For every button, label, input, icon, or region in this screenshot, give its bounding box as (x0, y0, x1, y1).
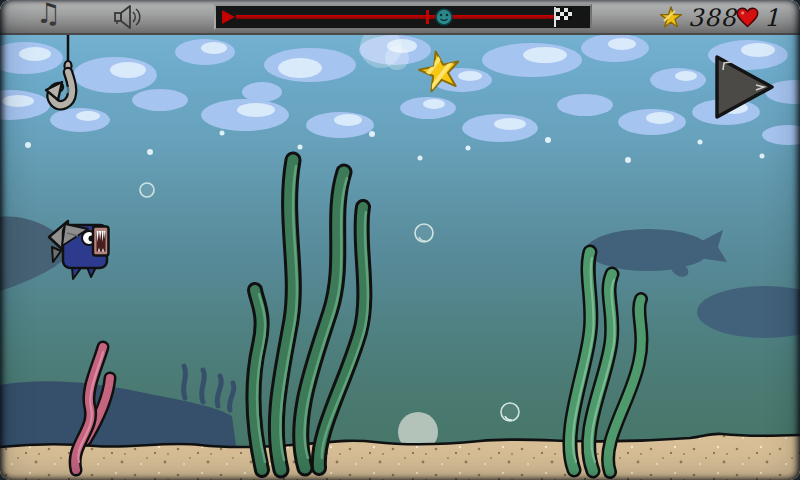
progress-track (236, 15, 554, 19)
life-counter: 1 (736, 0, 780, 35)
game-screen: ♫ 388 (0, 0, 800, 480)
device-screen: ♫ 388 (0, 0, 800, 480)
fish-mouth (93, 227, 109, 256)
seaweed-middle-cluster (253, 160, 368, 470)
music-note-icon[interactable]: ♫ (36, 0, 61, 30)
seaweed-right-cluster (570, 252, 642, 472)
smiley-marker-icon (435, 8, 453, 26)
heart-icon (736, 7, 759, 28)
blob-shadow (697, 286, 800, 338)
level-progress-bar (214, 4, 592, 30)
star-icon (659, 6, 683, 30)
game-scene (0, 0, 800, 480)
background-shadows (0, 217, 800, 446)
star-count: 388 (688, 4, 737, 32)
checkered-flag-icon (556, 8, 572, 20)
speaker-icon[interactable] (112, 3, 146, 31)
progress-start-arrow-icon (222, 10, 235, 24)
progress-checkpoint-tick (426, 10, 429, 24)
life-count: 1 (764, 4, 780, 32)
star-counter: 388 (659, 0, 737, 35)
hud-bar: ♫ 388 (0, 0, 800, 35)
player-fish (49, 221, 109, 279)
surface-light-patches (0, 26, 800, 163)
